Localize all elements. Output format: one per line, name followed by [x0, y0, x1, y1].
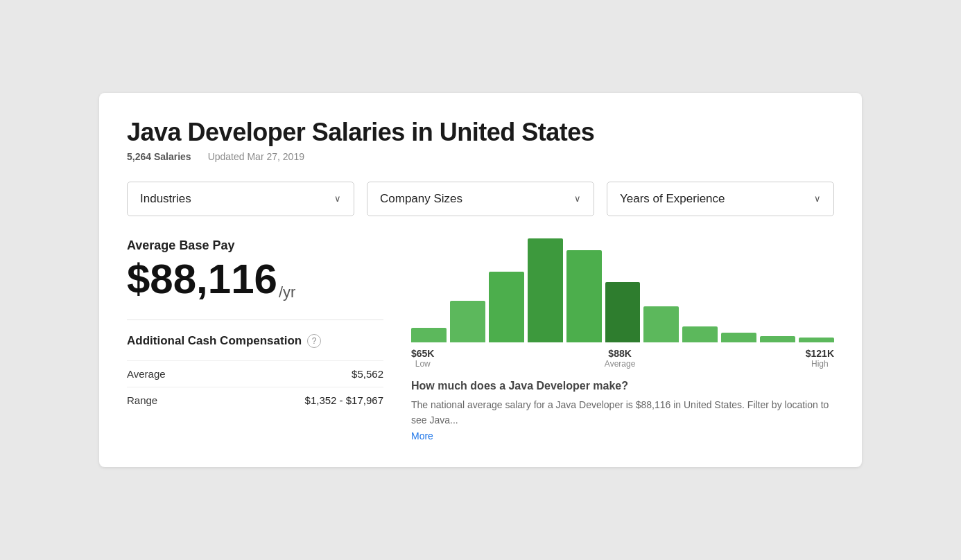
chart-label-avg: $88K Average	[605, 348, 635, 369]
salaries-count: 5,264 Salaries	[127, 151, 191, 162]
cash-comp-title: Additional Cash Compensation	[127, 334, 302, 348]
left-panel: Average Base Pay $88,116/yr Additional C…	[127, 238, 383, 442]
company-sizes-chevron-icon: ∨	[574, 193, 581, 204]
filters-row: Industries ∨ Company Sizes ∨ Years of Ex…	[127, 182, 834, 216]
chart-bar	[643, 306, 679, 342]
comp-range-row: Range $1,352 - $17,967	[127, 387, 383, 413]
divider	[127, 320, 383, 320]
meta-row: 5,264 Salaries Updated Mar 27, 2019	[127, 151, 834, 162]
chart-label-high-value: $121K	[806, 348, 834, 359]
chart-bar	[411, 328, 447, 342]
main-content: Average Base Pay $88,116/yr Additional C…	[127, 238, 834, 442]
avg-base-unit: /yr	[279, 283, 295, 301]
chart-label-low: $65K Low	[411, 348, 434, 369]
chart-bar	[682, 326, 718, 342]
chart-bar	[721, 333, 756, 342]
page-title: Java Developer Salaries in United States	[127, 118, 834, 147]
desc-text: The national average salary for a Java D…	[411, 398, 834, 428]
salary-card: Java Developer Salaries in United States…	[99, 93, 862, 467]
avg-base-amount: $88,116	[127, 256, 277, 302]
chart-label-high-desc: High	[806, 359, 834, 369]
chart-bar	[760, 336, 795, 342]
salary-chart: $65K Low $88K Average $121K High	[411, 238, 834, 363]
chart-label-low-value: $65K	[411, 348, 434, 359]
comp-range-label: Range	[127, 394, 157, 406]
chart-bar	[799, 338, 834, 342]
years-of-experience-dropdown[interactable]: Years of Experience ∨	[607, 182, 834, 216]
chart-bar	[528, 238, 563, 342]
avg-base-label: Average Base Pay	[127, 238, 383, 253]
comp-average-row: Average $5,562	[127, 360, 383, 387]
desc-more-link[interactable]: More	[411, 430, 433, 441]
comp-range-value: $1,352 - $17,967	[305, 394, 383, 406]
chart-bar	[450, 301, 485, 342]
industries-chevron-icon: ∨	[334, 193, 341, 204]
comp-average-value: $5,562	[352, 368, 383, 380]
years-of-experience-label: Years of Experience	[620, 192, 725, 206]
chart-bar	[605, 282, 641, 342]
years-of-experience-chevron-icon: ∨	[814, 193, 821, 204]
cash-comp-header: Additional Cash Compensation ?	[127, 334, 383, 348]
help-icon[interactable]: ?	[307, 334, 321, 348]
chart-label-avg-value: $88K	[605, 348, 635, 359]
industries-dropdown[interactable]: Industries ∨	[127, 182, 354, 216]
chart-label-high: $121K High	[806, 348, 834, 369]
chart-labels: $65K Low $88K Average $121K High	[411, 348, 834, 369]
right-panel: $65K Low $88K Average $121K High How muc…	[411, 238, 834, 442]
desc-title: How much does a Java Developer make?	[411, 380, 834, 392]
updated-date: Updated Mar 27, 2019	[208, 151, 304, 162]
industries-label: Industries	[140, 192, 191, 206]
chart-label-low-desc: Low	[411, 359, 434, 369]
avg-base-value: $88,116/yr	[127, 259, 383, 300]
company-sizes-label: Company Sizes	[380, 192, 462, 206]
description-box: How much does a Java Developer make? The…	[411, 380, 834, 442]
company-sizes-dropdown[interactable]: Company Sizes ∨	[367, 182, 594, 216]
chart-label-avg-desc: Average	[605, 359, 635, 369]
chart-bar	[489, 272, 524, 342]
chart-bars	[411, 238, 834, 342]
chart-bar	[566, 250, 602, 342]
comp-average-label: Average	[127, 368, 166, 380]
